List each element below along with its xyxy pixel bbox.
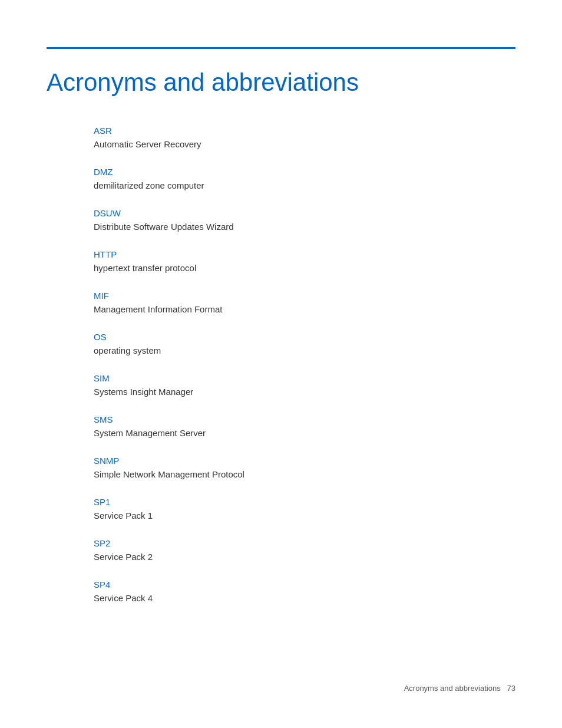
acronym-entry-sp2: SP2Service Pack 2: [94, 538, 515, 563]
acronym-entry-http: HTTPhypertext transfer protocol: [94, 249, 515, 274]
footer-page-number: 73: [507, 684, 515, 693]
acronym-definition-dsuw: Distribute Software Updates Wizard: [94, 220, 515, 233]
acronym-entry-os: OSoperating system: [94, 332, 515, 357]
acronym-entry-sms: SMSSystem Management Server: [94, 414, 515, 439]
footer-text: Acronyms and abbreviations: [404, 684, 501, 693]
acronym-term-sp2: SP2: [94, 538, 515, 548]
acronym-term-sms: SMS: [94, 414, 515, 424]
acronym-definition-sim: Systems Insight Manager: [94, 386, 515, 398]
acronym-term-snmp: SNMP: [94, 456, 515, 466]
acronym-term-sp1: SP1: [94, 497, 515, 507]
acronym-definition-dmz: demilitarized zone computer: [94, 179, 515, 192]
acronym-entry-snmp: SNMPSimple Network Management Protocol: [94, 456, 515, 480]
acronym-entry-asr: ASRAutomatic Server Recovery: [94, 126, 515, 150]
acronym-definition-os: operating system: [94, 344, 515, 357]
acronym-term-sim: SIM: [94, 373, 515, 383]
acronym-term-os: OS: [94, 332, 515, 342]
acronym-term-mif: MIF: [94, 291, 515, 301]
page-footer: Acronyms and abbreviations 73: [404, 684, 515, 693]
acronym-entry-sp4: SP4Service Pack 4: [94, 579, 515, 604]
acronym-entry-sim: SIMSystems Insight Manager: [94, 373, 515, 398]
acronym-term-http: HTTP: [94, 249, 515, 259]
acronym-definition-sp2: Service Pack 2: [94, 551, 515, 563]
page: Acronyms and abbreviations ASRAutomatic …: [0, 0, 562, 728]
acronym-definition-asr: Automatic Server Recovery: [94, 138, 515, 150]
acronym-entry-dmz: DMZdemilitarized zone computer: [94, 167, 515, 192]
acronym-definition-sp1: Service Pack 1: [94, 509, 515, 522]
page-title: Acronyms and abbreviations: [47, 68, 515, 97]
acronym-entry-sp1: SP1Service Pack 1: [94, 497, 515, 522]
acronym-definition-snmp: Simple Network Management Protocol: [94, 468, 515, 480]
acronym-term-sp4: SP4: [94, 579, 515, 589]
acronym-definition-mif: Management Information Format: [94, 303, 515, 315]
acronym-list: ASRAutomatic Server RecoveryDMZdemilitar…: [94, 126, 515, 604]
acronym-definition-sms: System Management Server: [94, 427, 515, 439]
top-border-line: [47, 47, 515, 49]
acronym-term-dmz: DMZ: [94, 167, 515, 177]
acronym-entry-dsuw: DSUWDistribute Software Updates Wizard: [94, 208, 515, 233]
acronym-definition-sp4: Service Pack 4: [94, 592, 515, 604]
acronym-entry-mif: MIFManagement Information Format: [94, 291, 515, 315]
acronym-term-dsuw: DSUW: [94, 208, 515, 218]
acronym-definition-http: hypertext transfer protocol: [94, 262, 515, 274]
acronym-term-asr: ASR: [94, 126, 515, 136]
